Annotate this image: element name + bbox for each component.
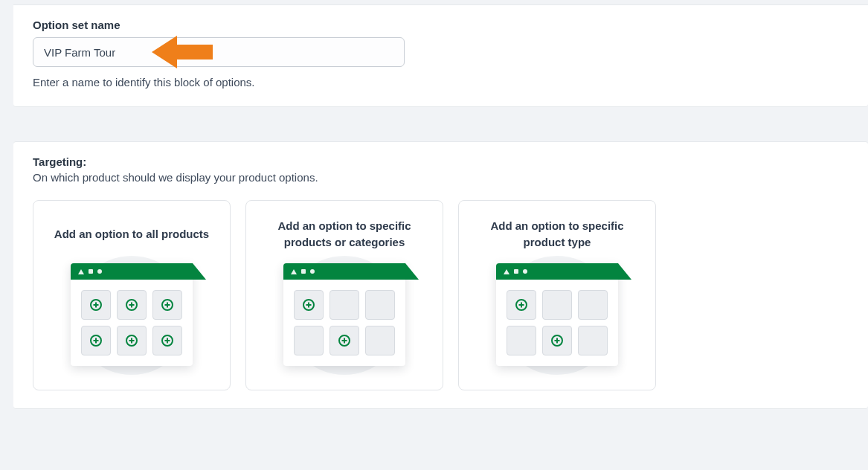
plus-circle-icon [515,298,528,312]
option-set-name-input[interactable] [33,37,405,67]
tile-grid [283,280,405,366]
plus-circle-icon [550,334,564,347]
plus-circle-icon [161,298,174,312]
targeting-card-specific[interactable]: Add an option to specific products or ca… [245,200,443,390]
option-set-name-label: Option set name [33,19,120,31]
targeting-illustration [59,260,205,370]
tile-grid [496,280,618,366]
browser-mockup-icon [71,263,193,366]
targeting-subtitle: On which product should we display your … [33,171,849,184]
targeting-illustration [484,260,630,370]
browser-mockup-icon [496,263,618,366]
option-set-name-panel: Option set name Enter a name to identify… [13,4,868,107]
plus-circle-icon [89,334,103,347]
targeting-card-title: Add an option to specific products or ca… [258,217,431,251]
plus-circle-icon [89,298,103,312]
browser-mockup-icon [283,263,405,366]
targeting-card-type[interactable]: Add an option to specific product type [458,200,656,390]
targeting-card-title: Add an option to specific product type [471,217,643,251]
plus-circle-icon [302,298,315,312]
targeting-card-all[interactable]: Add an option to all products [33,200,231,390]
plus-circle-icon [125,298,138,312]
option-set-name-helper: Enter a name to identify this block of o… [33,76,849,88]
plus-circle-icon [338,334,351,347]
plus-circle-icon [161,334,174,347]
page-root: Option set name Enter a name to identify… [0,4,868,470]
tile-grid [71,280,193,366]
plus-circle-icon [125,334,138,347]
targeting-panel: Targeting: On which product should we di… [13,141,868,409]
targeting-card-title: Add an option to all products [54,217,209,251]
option-set-name-input-wrap [33,37,849,67]
targeting-title: Targeting: [33,155,849,168]
targeting-illustration [271,260,417,370]
targeting-cards: Add an option to all products [33,200,849,390]
